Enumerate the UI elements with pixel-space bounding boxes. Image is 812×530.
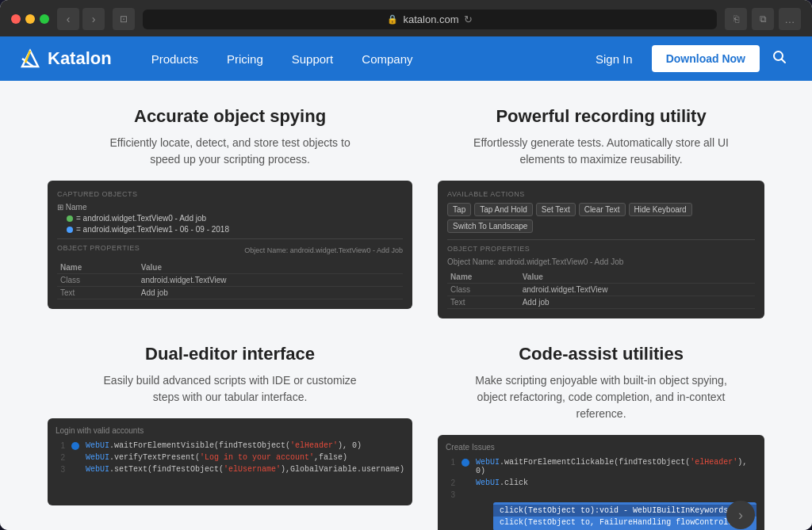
main-content: Accurate object spying Efficiently locat…: [0, 81, 812, 530]
download-now-button[interactable]: Download Now: [652, 45, 760, 72]
nav-support[interactable]: Support: [278, 36, 348, 81]
navbar: Katalon Products Pricing Support Company…: [0, 36, 812, 81]
logo[interactable]: Katalon: [19, 48, 112, 70]
code-assist-panel: Create Issues 1 WebUI.waitForElementClic…: [438, 435, 764, 530]
address-bar[interactable]: 🔒 katalon.com ↻: [143, 10, 717, 29]
feature-desc-code-assist: Make scripting enjoyable with built-in o…: [466, 372, 736, 422]
autocomplete-item-1[interactable]: click(TestObject to):void - WebUIBuiltIn…: [493, 505, 756, 517]
object-properties-label: OBJECT PROPERTIES: [57, 244, 140, 252]
table-row: Name Value: [57, 261, 403, 274]
code-line-3: 3 WebUI.setText(findTestObject('elUserna…: [56, 465, 404, 474]
tap-button[interactable]: Tap: [447, 203, 471, 216]
prop-class-v: android.widget.TextView: [519, 284, 755, 296]
share-button[interactable]: ⎗: [725, 8, 747, 30]
table-row: Class android.widget.TextView: [447, 284, 755, 296]
object-properties-table: Name Value Class android.widget.TextView…: [57, 261, 403, 299]
logo-text: Katalon: [48, 48, 112, 69]
feature-recording: Powerful recording utility Effortlessly …: [438, 106, 764, 318]
feature-title-dual-editor: Dual-editor interface: [145, 344, 315, 364]
code-text-a1: WebUI.waitForElementClickable(findTestOb…: [476, 458, 756, 475]
obj-name-text: ⊞ Name: [57, 203, 86, 212]
sign-in-button[interactable]: Sign In: [583, 46, 645, 72]
prop-class-name: Class: [57, 274, 138, 287]
obj-row-1: = android.widget.TextView0 - Add job: [57, 214, 403, 223]
obj-dot-green: [67, 215, 73, 222]
window-button[interactable]: ⊡: [113, 8, 135, 30]
features-grid: Accurate object spying Efficiently locat…: [48, 106, 764, 530]
feature-desc-recording: Effortlessly generate tests. Automatical…: [466, 135, 736, 168]
scroll-indicator: ›: [726, 501, 755, 529]
search-button[interactable]: [766, 44, 793, 74]
svg-line-1: [782, 59, 786, 63]
code-text-3: WebUI.setText(findTestObject('elUsername…: [86, 465, 404, 474]
obj-props-label-2: OBJECT PROPERTIES: [447, 245, 755, 253]
prop-class-value: android.widget.TextView: [138, 274, 403, 287]
obj-row-2: = android.widget.TextView1 - 06 - 09 - 2…: [57, 225, 403, 234]
more-options-button[interactable]: …: [779, 8, 801, 30]
feature-dual-editor: Dual-editor interface Easily build advan…: [48, 344, 412, 530]
line-number-1: 1: [56, 441, 65, 450]
prop-class-n: Class: [447, 284, 519, 296]
captured-objects-label: CAPTURED OBJECTS: [57, 190, 403, 198]
obj-label-1: = android.widget.TextView0 - Add job: [76, 214, 206, 223]
nav-right: Sign In Download Now: [583, 44, 793, 74]
tabs-button[interactable]: ⧉: [752, 8, 774, 30]
code-text-2: WebUI.verifyTextPresent('Log in to your …: [86, 453, 347, 462]
line-number-a3: 3: [446, 490, 455, 499]
nav-links: Products Pricing Support Company: [137, 36, 583, 81]
prop-text-n: Text: [447, 296, 519, 309]
code-text-a2: WebUI.click: [476, 479, 528, 487]
prop-text-name: Text: [57, 287, 138, 299]
captured-objects-panel: CAPTURED OBJECTS ⊞ Name = android.widget…: [48, 181, 412, 309]
feature-title-recording: Powerful recording utility: [496, 106, 706, 127]
line-number-2: 2: [56, 453, 65, 462]
code-text-1: WebUI.waitForElementVisible(findTestObje…: [86, 441, 362, 450]
tap-hold-button[interactable]: Tap And Hold: [474, 203, 533, 216]
table-row: Name Value: [447, 271, 755, 284]
nav-company[interactable]: Company: [347, 36, 427, 81]
set-text-button[interactable]: Set Text: [536, 203, 576, 216]
code-assist-line-1: 1 WebUI.waitForElementClickable(findTest…: [446, 458, 756, 475]
table-row: Class android.widget.TextView: [57, 274, 403, 287]
autocomplete-item-2[interactable]: click(TestObject to, FailureHandling flo…: [493, 517, 756, 528]
obj-name-row: ⊞ Name: [57, 203, 403, 212]
breakpoint-dot-2: [71, 454, 79, 462]
action-buttons: Tap Tap And Hold Set Text Clear Text Hid…: [447, 203, 755, 233]
nav-products[interactable]: Products: [137, 36, 213, 81]
hide-keyboard-button[interactable]: Hide Keyboard: [629, 203, 692, 216]
lock-icon: 🔒: [387, 14, 398, 25]
close-traffic-light[interactable]: [11, 14, 21, 24]
nav-pricing[interactable]: Pricing: [213, 36, 278, 81]
breakpoint-dot-1: [71, 442, 79, 450]
object-name-header: Object Name: android.widget.TextView0 - …: [244, 246, 403, 254]
feature-title-object-spying: Accurate object spying: [134, 106, 326, 127]
feature-title-code-assist: Code-assist utilities: [519, 344, 684, 364]
back-button[interactable]: ‹: [57, 8, 79, 30]
table-row: Text Add job: [57, 287, 403, 299]
browser-window: ‹ › ⊡ 🔒 katalon.com ↻ ⎗ ⧉ … Katalon: [0, 0, 812, 530]
url-text: katalon.com: [403, 13, 458, 25]
minimize-traffic-light[interactable]: [25, 14, 35, 24]
code-line-1: 1 WebUI.waitForElementVisible(findTestOb…: [56, 441, 404, 450]
breakpoint-dot-a2: [462, 479, 469, 487]
traffic-lights: [11, 14, 49, 24]
code-assist-line-3: 3: [446, 490, 756, 499]
breakpoint-dot-3: [71, 466, 79, 474]
obj-dot-blue: [67, 227, 73, 233]
forward-button[interactable]: ›: [82, 8, 105, 30]
feature-code-assist: Code-assist utilities Make scripting enj…: [438, 344, 764, 530]
prop-text-value: Add job: [138, 287, 403, 299]
switch-landscape-button[interactable]: Switch To Landscape: [447, 219, 533, 233]
feature-desc-object-spying: Efficiently locate, detect, and store te…: [95, 135, 365, 168]
breakpoint-dot-a3: [462, 491, 469, 499]
obj-name-header-2: Object Name: android.widget.TextView0 - …: [447, 257, 755, 266]
nav-buttons: ‹ ›: [57, 8, 105, 30]
page-content: Katalon Products Pricing Support Company…: [0, 36, 812, 530]
line-number-3: 3: [56, 465, 65, 474]
line-number-a1: 1: [446, 458, 455, 467]
code-line-2: 2 WebUI.verifyTextPresent('Log in to you…: [56, 453, 404, 462]
maximize-traffic-light[interactable]: [40, 14, 49, 24]
refresh-icon[interactable]: ↻: [464, 13, 473, 25]
clear-text-button[interactable]: Clear Text: [579, 203, 626, 216]
available-actions-props-table: Name Value Class android.widget.TextView…: [447, 271, 755, 309]
